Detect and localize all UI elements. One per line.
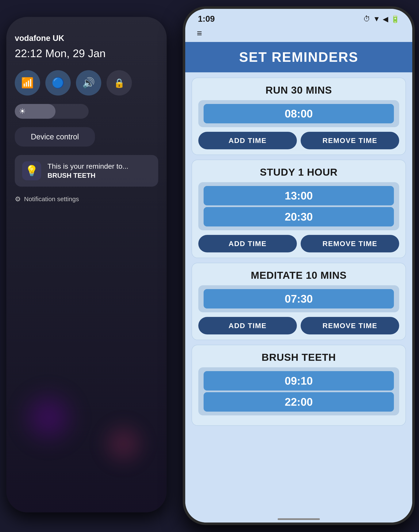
card-actions-study: ADD TIME REMOVE TIME xyxy=(198,235,399,253)
reminder-title-meditate: MEDITATE 10 MINS xyxy=(198,269,399,281)
remove-time-button-study[interactable]: REMOVE TIME xyxy=(301,235,399,253)
quick-toggles: 📶 🔵 🔊 🔒 xyxy=(15,70,158,96)
bluetooth-icon: 🔵 xyxy=(52,77,64,89)
reminder-title-brush: BRUSH TEETH xyxy=(198,352,399,363)
brightness-bar[interactable]: ☀ xyxy=(15,104,89,119)
phone-inner: 1:09 ⏱ ▼ ◀ 🔋 ≡ SET REMINDERS R xyxy=(185,9,412,522)
time-slot-run-1: 08:00 xyxy=(204,104,394,123)
time-slots-run: 08:00 xyxy=(198,100,399,127)
status-time: 1:09 xyxy=(198,14,215,24)
status-icons: ⏱ ▼ ◀ 🔋 xyxy=(363,15,400,23)
reminder-title-study: STUDY 1 HOUR xyxy=(198,166,399,178)
card-actions-meditate: ADD TIME REMOVE TIME xyxy=(198,317,399,334)
add-time-button-study[interactable]: ADD TIME xyxy=(198,235,297,253)
bg-decoration-purple xyxy=(17,386,80,449)
reminders-list: RUN 30 MINS 08:00 ADD TIME REMOVE TIME S… xyxy=(185,72,412,516)
datetime-display: 22:12 Mon, 29 Jan xyxy=(15,47,158,60)
reminder-card-run: RUN 30 MINS 08:00 ADD TIME REMOVE TIME xyxy=(192,78,406,155)
time-slot-study-1: 13:00 xyxy=(204,186,394,205)
card-actions-run: ADD TIME REMOVE TIME xyxy=(198,132,399,149)
remove-time-button-meditate[interactable]: REMOVE TIME xyxy=(301,317,399,334)
time-slot-meditate-1: 07:30 xyxy=(204,289,394,308)
notification-text: This is your reminder to... BRUSH TEETH xyxy=(48,162,151,179)
device-control-button[interactable]: Device control xyxy=(15,127,95,147)
notification-settings-label: Notification settings xyxy=(24,195,79,203)
signal-icon: ▼ xyxy=(373,15,380,23)
app-header: SET REMINDERS xyxy=(185,42,412,72)
clock-status-icon: ⏱ xyxy=(363,15,370,23)
time-slot-brush-1: 09:10 xyxy=(204,371,394,391)
notification-title: This is your reminder to... xyxy=(48,162,151,170)
top-nav: ≡ xyxy=(185,26,412,42)
network-icon: ◀ xyxy=(383,15,388,23)
time-slots-study: 13:00 20:30 xyxy=(198,182,399,230)
reminder-card-brush: BRUSH TEETH 09:10 22:00 xyxy=(192,345,406,426)
battery-icon: 🔋 xyxy=(391,15,400,23)
status-bar: 1:09 ⏱ ▼ ◀ 🔋 xyxy=(185,9,412,26)
app-title: SET REMINDERS xyxy=(192,49,406,65)
add-time-button-meditate[interactable]: ADD TIME xyxy=(198,317,297,334)
home-bar xyxy=(278,518,320,520)
notification-settings[interactable]: ⚙ Notification settings xyxy=(15,195,158,203)
reminder-card-study: STUDY 1 HOUR 13:00 20:30 ADD TIME REMOVE… xyxy=(192,160,406,258)
reminder-card-meditate: MEDITATE 10 MINS 07:30 ADD TIME REMOVE T… xyxy=(192,263,406,340)
time-slot-study-2: 20:30 xyxy=(204,207,394,227)
lock-icon: 🔒 xyxy=(114,78,125,88)
scene: vodafone UK 22:12 Mon, 29 Jan 📶 🔵 🔊 🔒 xyxy=(0,0,419,532)
sound-icon: 🔊 xyxy=(82,77,95,89)
notification-phone: vodafone UK 22:12 Mon, 29 Jan 📶 🔵 🔊 🔒 xyxy=(6,17,167,512)
wifi-icon: 📶 xyxy=(21,77,34,89)
home-indicator xyxy=(185,516,412,522)
sound-toggle[interactable]: 🔊 xyxy=(76,70,101,96)
brightness-icon: ☀ xyxy=(19,107,26,116)
gear-icon: ⚙ xyxy=(15,195,21,203)
remove-time-button-run[interactable]: REMOVE TIME xyxy=(301,132,399,149)
bluetooth-toggle[interactable]: 🔵 xyxy=(45,70,71,96)
carrier-name: vodafone UK xyxy=(15,34,158,43)
app-phone: 1:09 ⏱ ▼ ◀ 🔋 ≡ SET REMINDERS R xyxy=(183,6,415,525)
notification-panel: vodafone UK 22:12 Mon, 29 Jan 📶 🔵 🔊 🔒 xyxy=(6,17,167,512)
time-slots-meditate: 07:30 xyxy=(198,285,399,312)
time-slot-brush-2: 22:00 xyxy=(204,392,394,412)
reminder-title-run: RUN 30 MINS xyxy=(198,84,399,96)
notification-app-icon: 💡 xyxy=(22,161,41,180)
lock-toggle[interactable]: 🔒 xyxy=(106,70,132,96)
bg-decoration-pink xyxy=(97,418,150,470)
hamburger-menu-button[interactable]: ≡ xyxy=(197,29,401,38)
notification-card: 💡 This is your reminder to... BRUSH TEET… xyxy=(15,155,158,187)
wifi-toggle[interactable]: 📶 xyxy=(15,70,40,96)
time-slots-brush: 09:10 22:00 xyxy=(198,367,399,415)
notification-body: BRUSH TEETH xyxy=(48,172,151,179)
add-time-button-run[interactable]: ADD TIME xyxy=(198,132,297,149)
